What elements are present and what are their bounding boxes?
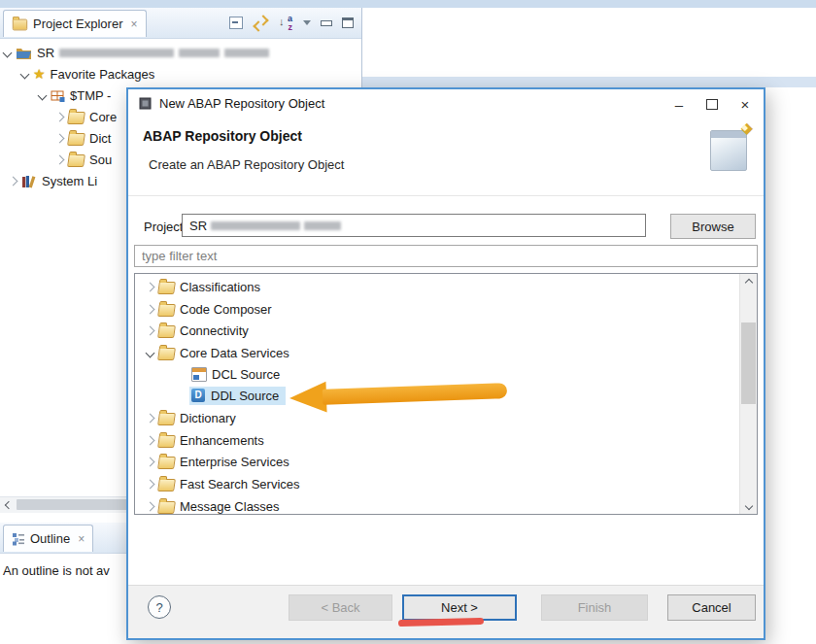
tree-item-system-library[interactable]: System Li bbox=[10, 171, 97, 190]
view-menu-icon[interactable] bbox=[303, 20, 311, 25]
tree-item-core-data-services[interactable]: Core Data Services bbox=[147, 342, 289, 363]
tree-item-enterprise-services[interactable]: Enterprise Services bbox=[147, 451, 289, 472]
eclipse-workbench: Project Explorer × ↓az SR ★ Favo bbox=[0, 0, 816, 644]
close-button[interactable]: × bbox=[729, 89, 762, 119]
collapsed-chevron-icon[interactable] bbox=[55, 133, 65, 143]
next-button[interactable]: Next > bbox=[402, 594, 517, 621]
tree-item-label: Dict bbox=[89, 131, 111, 146]
maximize-view-icon[interactable] bbox=[342, 17, 354, 28]
tab-close-icon[interactable]: × bbox=[130, 18, 137, 30]
dialog-footer: ? < Back Next > Finish Cancel bbox=[128, 585, 764, 638]
expand-chevron-icon[interactable] bbox=[20, 69, 30, 79]
minimize-button[interactable]: – bbox=[663, 89, 696, 119]
selected-row-highlight: D DDL Source bbox=[189, 387, 286, 405]
tree-item-tmp-package[interactable]: $TMP - bbox=[39, 85, 111, 105]
help-button[interactable]: ? bbox=[148, 595, 171, 619]
tree-item-label: Connectivity bbox=[180, 323, 249, 338]
tree-item-label: DDL Source bbox=[211, 389, 279, 403]
scroll-up-icon[interactable] bbox=[740, 274, 757, 290]
collapsed-chevron-icon[interactable] bbox=[146, 501, 155, 511]
project-input[interactable]: SR bbox=[182, 214, 646, 237]
project-explorer-icon bbox=[13, 19, 27, 31]
window-top-strip bbox=[0, 0, 816, 8]
tree-item-label: Enhancements bbox=[180, 433, 264, 448]
maximize-button[interactable] bbox=[696, 89, 729, 119]
redacted-text bbox=[304, 221, 341, 230]
collapsed-chevron-icon[interactable] bbox=[146, 457, 155, 466]
collapse-all-icon[interactable] bbox=[229, 17, 243, 29]
filter-input[interactable] bbox=[134, 245, 758, 267]
tree-item-ddl-source[interactable]: D DDL Source bbox=[189, 385, 286, 406]
redacted-text bbox=[59, 49, 174, 57]
tree-item-dictionary[interactable]: Dictionary bbox=[147, 407, 236, 428]
scrollbar-thumb[interactable] bbox=[741, 322, 756, 404]
dialog-titlebar[interactable]: New ABAP Repository Object – × bbox=[128, 89, 764, 119]
scroll-left-icon[interactable] bbox=[2, 499, 15, 511]
folder-icon bbox=[157, 325, 176, 338]
collapsed-chevron-icon[interactable] bbox=[146, 304, 155, 314]
folder-icon bbox=[67, 112, 85, 124]
tree-item-favorite-packages[interactable]: ★ Favorite Packages bbox=[21, 64, 154, 84]
abap-project-icon bbox=[16, 47, 32, 59]
tree-item-label: SR bbox=[37, 46, 54, 60]
tree-item-label: Fast Search Services bbox=[180, 477, 300, 491]
wizard-banner-icon: ◆◆ bbox=[707, 121, 754, 174]
tree-item-label: Message Classes bbox=[180, 499, 280, 514]
minimize-view-icon[interactable] bbox=[321, 20, 332, 26]
tree-item-label: Dictionary bbox=[180, 411, 236, 425]
collapsed-chevron-icon[interactable] bbox=[55, 112, 65, 121]
cancel-button[interactable]: Cancel bbox=[667, 594, 756, 621]
package-icon bbox=[51, 89, 65, 102]
expand-chevron-icon[interactable] bbox=[38, 90, 48, 100]
tree-item-project-root[interactable]: SR bbox=[4, 43, 269, 62]
collapsed-chevron-icon[interactable] bbox=[55, 154, 65, 164]
project-label: Project: bbox=[144, 220, 187, 234]
folder-icon bbox=[67, 154, 85, 167]
tree-item-folder[interactable]: Sou bbox=[56, 150, 112, 169]
editor-area-band bbox=[361, 77, 816, 87]
collapsed-chevron-icon[interactable] bbox=[146, 413, 155, 423]
expand-chevron-icon[interactable] bbox=[146, 348, 155, 357]
tree-item-enhancements[interactable]: Enhancements bbox=[147, 429, 264, 451]
finish-button[interactable]: Finish bbox=[541, 594, 648, 621]
back-button[interactable]: < Back bbox=[289, 594, 392, 621]
tree-item-code-composer[interactable]: Code Composer bbox=[147, 298, 272, 320]
tab-close-icon[interactable]: × bbox=[78, 533, 85, 545]
tree-item-dcl-source[interactable]: DCL Source bbox=[191, 363, 280, 385]
tree-item-fast-search-services[interactable]: Fast Search Services bbox=[147, 473, 300, 494]
scroll-down-icon[interactable] bbox=[740, 497, 757, 514]
tree-item-folder[interactable]: Core bbox=[56, 107, 117, 126]
redacted-text bbox=[211, 221, 300, 230]
collapsed-chevron-icon[interactable] bbox=[146, 282, 155, 291]
project-explorer-tabbar: Project Explorer × ↓az bbox=[0, 8, 361, 39]
tab-project-explorer[interactable]: Project Explorer × bbox=[3, 10, 147, 37]
tab-outline[interactable]: Outline × bbox=[3, 525, 93, 552]
tree-item-label: Code Composer bbox=[180, 302, 272, 317]
expand-chevron-icon[interactable] bbox=[3, 48, 13, 57]
link-with-editor-icon[interactable] bbox=[253, 17, 269, 30]
tree-item-connectivity[interactable]: Connectivity bbox=[147, 320, 249, 341]
outline-icon bbox=[12, 532, 25, 546]
redacted-text bbox=[224, 49, 269, 57]
collapsed-chevron-icon[interactable] bbox=[146, 325, 155, 335]
star-icon: ★ bbox=[33, 67, 46, 81]
dcl-source-icon bbox=[191, 367, 207, 382]
tree-item-label: Core Data Services bbox=[180, 346, 289, 360]
collapsed-chevron-icon[interactable] bbox=[9, 176, 18, 186]
tree-item-label: Classifications bbox=[180, 280, 260, 294]
sort-az-icon[interactable]: ↓az bbox=[279, 16, 293, 30]
tab-label: Outline bbox=[30, 531, 70, 546]
folder-icon bbox=[67, 133, 85, 146]
collapsed-chevron-icon[interactable] bbox=[146, 479, 155, 489]
dialog-header: ABAP Repository Object Create an ABAP Re… bbox=[128, 119, 764, 196]
browse-button[interactable]: Browse bbox=[670, 214, 756, 239]
collapsed-chevron-icon[interactable] bbox=[146, 435, 155, 445]
dialog-title: New ABAP Repository Object bbox=[159, 96, 324, 111]
tree-item-message-classes[interactable]: Message Classes bbox=[147, 495, 280, 515]
tree-item-label: Core bbox=[89, 110, 117, 124]
tree-item-classifications[interactable]: Classifications bbox=[147, 276, 260, 297]
tree-item-folder[interactable]: Dict bbox=[56, 128, 111, 148]
vertical-scrollbar[interactable] bbox=[739, 274, 757, 514]
tree-item-label: Enterprise Services bbox=[180, 455, 289, 469]
folder-icon bbox=[157, 348, 176, 360]
